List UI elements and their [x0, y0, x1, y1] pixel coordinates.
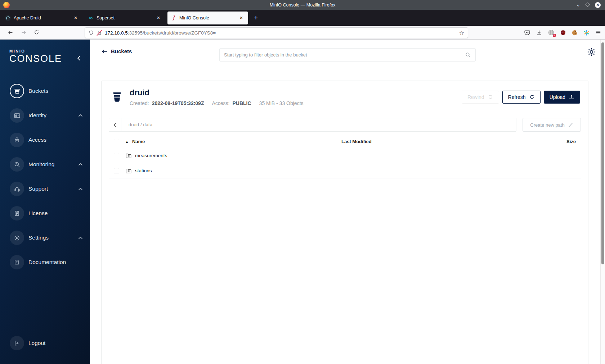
rewind-button[interactable]: Rewind	[462, 91, 499, 104]
back-icon[interactable]	[5, 28, 16, 38]
tab-apache-druid[interactable]: Apache Druid ✕	[2, 12, 82, 24]
url-bar[interactable]: 172.18.0.5:32595/buckets/druid/browse/ZG…	[85, 27, 468, 38]
bucket-icon	[10, 84, 24, 98]
sidebar-item-label: Settings	[28, 235, 49, 241]
rewind-button-label: Rewind	[467, 94, 484, 100]
containers-icon[interactable]	[583, 29, 590, 36]
session-gear-icon[interactable]	[587, 47, 596, 57]
object-name-cell[interactable]: stations	[125, 168, 341, 174]
bucket-icon-large	[112, 91, 122, 103]
create-new-path-button[interactable]: Create new path	[523, 118, 581, 132]
minimize-window-icon[interactable]: ⌄	[576, 3, 580, 7]
forward-icon[interactable]	[18, 28, 29, 38]
bucket-header: druid Created: 2022-08-19T05:32:09Z Acce…	[109, 87, 581, 112]
bookmark-star-icon[interactable]: ☆	[459, 29, 464, 36]
tab-close-icon[interactable]: ✕	[72, 15, 79, 21]
identity-icon	[10, 108, 24, 123]
insecure-lock-icon[interactable]	[97, 30, 102, 36]
back-to-buckets-link[interactable]: Buckets	[102, 48, 132, 54]
path-row: druid / data Create new path	[109, 118, 581, 132]
privacy-badger-icon[interactable]: ✕	[548, 29, 555, 36]
table-row[interactable]: stations -	[109, 163, 581, 178]
sidebar-item-support[interactable]: Support	[0, 177, 90, 201]
filter-objects-input[interactable]	[224, 52, 465, 58]
size-cell: -	[541, 153, 581, 158]
created-value: 2022-08-19T05:32:09Z	[152, 100, 204, 106]
svg-text:UO: UO	[562, 32, 565, 33]
size-cell: -	[541, 168, 581, 173]
apache-druid-favicon	[5, 15, 11, 21]
upload-button[interactable]: Upload	[544, 91, 580, 104]
page-scrollbar[interactable]	[600, 40, 605, 364]
folder-icon	[125, 153, 132, 159]
pocket-icon[interactable]	[524, 29, 530, 36]
main-panel: Buckets druid	[90, 40, 605, 364]
superset-favicon: ∞	[88, 15, 94, 21]
chevron-up-icon[interactable]	[78, 236, 83, 240]
scrollbar-thumb[interactable]	[601, 42, 604, 264]
upload-button-label: Upload	[550, 94, 565, 100]
sidebar-item-monitoring[interactable]: Monitoring	[0, 152, 90, 177]
sidebar-item-documentation[interactable]: Documentation	[0, 250, 90, 274]
path-back-chevron-icon[interactable]	[109, 118, 121, 131]
object-name-cell[interactable]: measurements	[125, 153, 341, 159]
documentation-icon	[10, 255, 24, 269]
minio-sidebar: MINIO CONSOLE Buckets Identity	[0, 40, 90, 364]
tab-label: Superset	[97, 15, 152, 21]
close-window-icon[interactable]: ✕	[595, 2, 601, 8]
name-column-header[interactable]: ▲ Name	[125, 139, 341, 144]
sidebar-item-logout[interactable]: Logout	[0, 331, 90, 355]
sidebar-item-settings[interactable]: Settings	[0, 226, 90, 250]
reload-icon[interactable]	[31, 28, 42, 38]
tab-label: Apache Druid	[14, 15, 69, 21]
objects-table: ▲ Name Last Modified Size	[109, 135, 581, 178]
collapse-sidebar-icon[interactable]	[77, 55, 81, 61]
tab-superset[interactable]: ∞ Superset ✕	[85, 12, 165, 24]
create-path-icon	[568, 122, 573, 128]
sort-asc-icon: ▲	[125, 140, 129, 144]
sidebar-item-label: Buckets	[28, 88, 48, 94]
bucket-name: druid	[130, 88, 304, 97]
row-checkbox[interactable]	[114, 153, 119, 158]
ublock-origin-icon[interactable]: UO	[560, 29, 566, 36]
download-icon[interactable]	[536, 29, 542, 36]
last-modified-column-header[interactable]: Last Modified	[341, 139, 541, 144]
sidebar-item-label: License	[28, 210, 48, 217]
sidebar-menu: Buckets Identity Access	[0, 79, 90, 274]
tracking-shield-icon[interactable]	[89, 30, 94, 36]
sidebar-item-buckets[interactable]: Buckets	[0, 79, 90, 103]
maximize-window-icon[interactable]	[585, 3, 590, 7]
filter-objects-box	[219, 48, 476, 62]
minio-logo-text: MINIO	[9, 49, 90, 53]
new-tab-button[interactable]: +	[250, 13, 261, 23]
logout-icon	[10, 336, 24, 350]
sidebar-item-license[interactable]: License	[0, 201, 90, 226]
sidebar-item-identity[interactable]: Identity	[0, 103, 90, 128]
tab-close-icon[interactable]: ✕	[238, 15, 245, 21]
cookie-icon[interactable]	[572, 29, 578, 36]
hamburger-menu-icon[interactable]	[595, 30, 601, 35]
chevron-up-icon[interactable]	[78, 163, 83, 166]
select-all-checkbox[interactable]	[114, 139, 119, 144]
tab-minio-console[interactable]: MinIO Console ✕	[167, 12, 248, 24]
chevron-up-icon[interactable]	[78, 114, 83, 117]
sidebar-item-label: Documentation	[28, 259, 66, 265]
created-label: Created:	[130, 100, 149, 106]
row-checkbox[interactable]	[114, 168, 119, 173]
sidebar-item-label: Support	[28, 186, 48, 192]
refresh-button-label: Refresh	[508, 94, 526, 100]
table-row[interactable]: measurements -	[109, 148, 581, 163]
url-text[interactable]: 172.18.0.5:32595/buckets/druid/browse/ZG…	[105, 30, 459, 36]
sidebar-item-access[interactable]: Access	[0, 128, 90, 152]
refresh-button[interactable]: Refresh	[502, 91, 541, 104]
window-title: MinIO Console — Mozilla Firefox	[0, 3, 605, 8]
sidebar-item-label: Monitoring	[28, 161, 54, 168]
access-label: Access:	[212, 100, 229, 106]
minio-favicon	[171, 15, 176, 21]
current-path-label[interactable]: druid / data	[129, 122, 152, 127]
minio-logo: MINIO CONSOLE	[0, 40, 90, 64]
size-column-header[interactable]: Size	[541, 139, 581, 144]
chevron-up-icon[interactable]	[78, 187, 83, 191]
bucket-summary: 35 MiB - 33 Objects	[259, 100, 304, 106]
tab-close-icon[interactable]: ✕	[155, 15, 162, 21]
